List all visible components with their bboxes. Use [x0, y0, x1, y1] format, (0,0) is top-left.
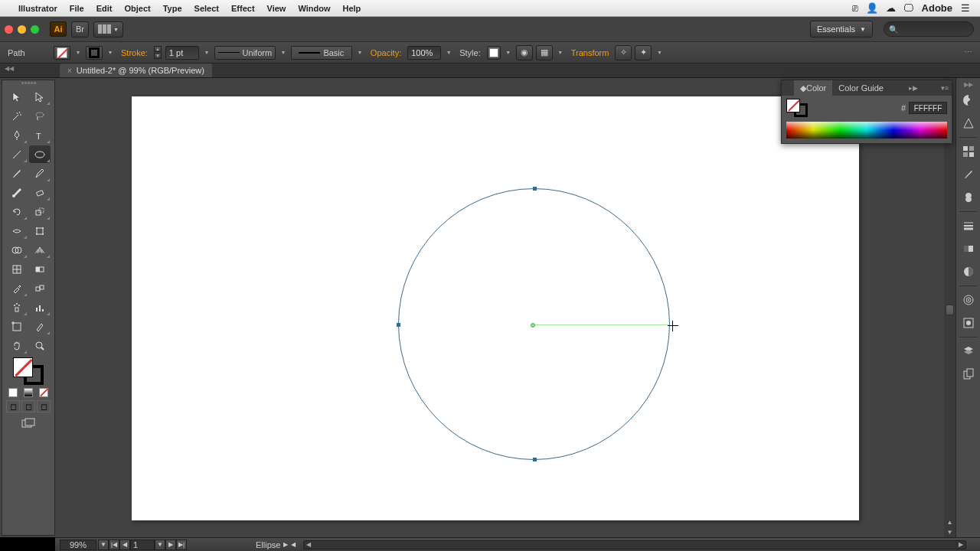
screen-mode-button[interactable]: [18, 416, 39, 432]
canvas-area[interactable]: ▲ ▼: [55, 78, 956, 537]
stroke-swatch[interactable]: [86, 46, 103, 60]
adobe-label[interactable]: Adobe: [917, 2, 957, 14]
slice-tool[interactable]: [29, 318, 51, 335]
rotate-tool[interactable]: [6, 203, 28, 220]
stroke-weight-dropdown[interactable]: ▼: [202, 46, 211, 60]
brush-definition[interactable]: Basic: [291, 46, 352, 60]
zoom-window-button[interactable]: [31, 25, 39, 34]
hscroll-left-icon[interactable]: ◀: [291, 541, 296, 548]
graphic-style-swatch[interactable]: [487, 46, 501, 60]
hand-tool[interactable]: [6, 337, 28, 354]
minimize-window-button[interactable]: [18, 25, 26, 34]
lasso-tool[interactable]: [29, 107, 51, 125]
gradient-mode-button[interactable]: [21, 386, 35, 399]
width-tool[interactable]: [6, 222, 28, 240]
recolor-artwork-button[interactable]: ◉: [516, 45, 533, 60]
control-bar-menu-icon[interactable]: ⋯: [961, 47, 975, 57]
ellipse-tool[interactable]: [29, 145, 51, 163]
next-artboard-button[interactable]: ▶: [165, 540, 176, 550]
color-guide-panel-icon[interactable]: [958, 113, 979, 133]
menu-app[interactable]: Illustrator: [12, 4, 64, 13]
workspace-switcher[interactable]: Essentials ▼: [810, 21, 873, 37]
similar-dropdown[interactable]: ▼: [655, 46, 664, 60]
layers-panel-icon[interactable]: [958, 341, 979, 361]
panel-grip-icon[interactable]: [17, 82, 40, 86]
transparency-panel-icon[interactable]: [958, 262, 979, 282]
color-tab[interactable]: ◆ Color: [794, 80, 832, 96]
menu-object[interactable]: Object: [118, 4, 156, 13]
cloud-icon[interactable]: ☁: [882, 2, 900, 14]
paintbrush-tool[interactable]: [6, 165, 28, 182]
menu-effect[interactable]: Effect: [225, 4, 261, 13]
stroke-panel-icon[interactable]: [958, 216, 979, 236]
scale-tool[interactable]: [29, 203, 51, 220]
draw-inside-button[interactable]: ◻: [37, 400, 51, 412]
artboard-dropdown[interactable]: ▼: [155, 540, 165, 550]
close-tab-icon[interactable]: ×: [67, 67, 72, 75]
search-input[interactable]: 🔍: [884, 21, 974, 37]
menu-view[interactable]: View: [261, 4, 292, 13]
panel-collapse-icon[interactable]: ▸▶: [906, 84, 921, 92]
close-window-button[interactable]: [5, 25, 13, 34]
color-panel-fillstroke[interactable]: [786, 99, 808, 117]
swatches-panel-icon[interactable]: [958, 142, 979, 161]
align-button[interactable]: ▦: [536, 45, 553, 60]
display-icon[interactable]: 🖵: [900, 2, 917, 14]
zoom-dropdown[interactable]: ▼: [98, 540, 109, 550]
menu-window[interactable]: Window: [292, 4, 336, 13]
zoom-level-field[interactable]: 99%: [60, 540, 96, 550]
free-transform-tool[interactable]: [29, 222, 51, 240]
collapse-tools-icon[interactable]: ◀◀: [5, 65, 14, 72]
status-menu-icon[interactable]: ▶: [283, 541, 288, 548]
perspective-grid-tool[interactable]: [29, 241, 51, 259]
horizontal-scrollbar[interactable]: ◀▶: [303, 540, 966, 549]
scrollbar-thumb[interactable]: [946, 305, 954, 315]
zoom-tool[interactable]: [29, 337, 51, 354]
arrange-documents-button[interactable]: ▼: [93, 21, 123, 37]
eyedropper-tool[interactable]: [6, 279, 28, 297]
align-dropdown[interactable]: ▼: [556, 46, 565, 60]
bridge-button[interactable]: Br: [71, 21, 89, 37]
user-icon[interactable]: 👤: [862, 2, 882, 14]
fill-color-icon[interactable]: [13, 357, 33, 377]
brush-dropdown[interactable]: ▼: [355, 46, 364, 60]
anchor-point[interactable]: [533, 187, 537, 191]
transform-label[interactable]: Transform: [568, 48, 612, 57]
stroke-dropdown[interactable]: ▼: [106, 46, 115, 60]
fill-dropdown[interactable]: ▼: [74, 46, 83, 60]
menu-type[interactable]: Type: [157, 4, 188, 13]
anchor-point[interactable]: [533, 458, 537, 461]
stroke-label[interactable]: Stroke:: [118, 48, 151, 57]
first-artboard-button[interactable]: |◀: [109, 540, 119, 550]
screen-icon[interactable]: ⎚: [848, 2, 862, 14]
document-tab[interactable]: × Untitled-2* @ 99% (RGB/Preview): [60, 64, 212, 77]
color-guide-tab[interactable]: Color Guide: [832, 80, 890, 96]
menu-help[interactable]: Help: [336, 4, 367, 13]
list-icon[interactable]: ☰: [957, 2, 974, 14]
graphic-styles-panel-icon[interactable]: [958, 313, 979, 333]
blend-tool[interactable]: [29, 279, 51, 297]
type-tool[interactable]: T: [29, 126, 51, 144]
profile-dropdown[interactable]: ▼: [279, 46, 288, 60]
blob-brush-tool[interactable]: [6, 184, 28, 201]
artboard-number-field[interactable]: 1: [130, 540, 155, 550]
style-dropdown[interactable]: ▼: [504, 46, 513, 60]
symbol-sprayer-tool[interactable]: [6, 298, 28, 316]
prev-artboard-button[interactable]: ◀: [119, 540, 130, 550]
shape-builder-tool[interactable]: [6, 241, 28, 259]
magic-wand-tool[interactable]: [6, 107, 28, 125]
scroll-up-icon[interactable]: ▲: [944, 517, 956, 527]
opacity-label[interactable]: Opacity:: [368, 48, 404, 57]
opacity-dropdown[interactable]: ▼: [444, 46, 453, 60]
select-similar-button[interactable]: ✦: [635, 45, 652, 60]
appearance-panel-icon[interactable]: [958, 290, 979, 310]
panel-menu-icon[interactable]: ▾≡: [938, 84, 952, 92]
vertical-scrollbar[interactable]: ▲ ▼: [944, 78, 956, 537]
isolate-button[interactable]: ✧: [615, 45, 632, 60]
selection-tool[interactable]: [6, 88, 28, 106]
stroke-weight-field[interactable]: 1 pt: [165, 46, 199, 60]
menu-edit[interactable]: Edit: [90, 4, 119, 13]
color-panel-icon[interactable]: [958, 90, 979, 110]
fill-stroke-control[interactable]: [13, 357, 44, 385]
column-graph-tool[interactable]: [29, 298, 51, 316]
